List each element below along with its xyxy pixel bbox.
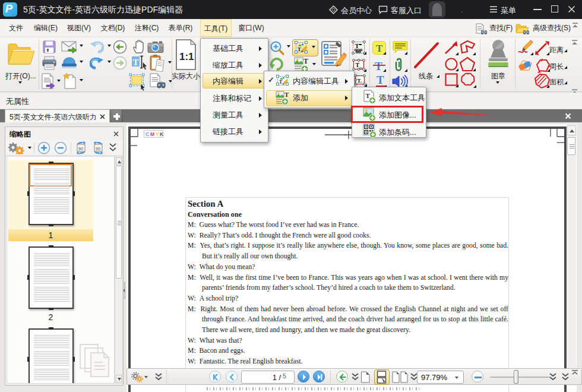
svg-text:T: T: [376, 43, 383, 54]
svg-text:T: T: [366, 92, 371, 99]
svg-text:T: T: [375, 60, 382, 72]
svg-text:T.: T.: [358, 78, 362, 84]
svg-text:T: T: [355, 42, 360, 49]
svg-text:1:1: 1:1: [179, 51, 194, 62]
svg-text:T_: T_: [356, 62, 363, 68]
svg-text:T: T: [133, 58, 139, 67]
svg-text:T: T: [303, 57, 308, 65]
svg-text:90: 90: [96, 147, 100, 151]
svg-text:90: 90: [78, 147, 83, 151]
svg-text:T: T: [279, 80, 283, 85]
svg-text:T: T: [284, 91, 289, 98]
svg-text:T: T: [298, 46, 301, 52]
svg-text:T: T: [377, 74, 384, 86]
